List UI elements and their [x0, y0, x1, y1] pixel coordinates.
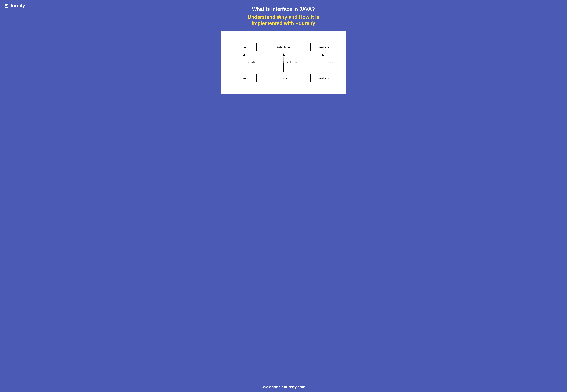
diagram-column: interface extends interface — [306, 43, 340, 82]
arrow-head-icon — [282, 54, 285, 56]
top-box: class — [232, 43, 257, 51]
arrow-zone: implements — [266, 51, 301, 74]
diagram-column: class extends class — [227, 43, 261, 82]
arrow-label: implements — [286, 61, 298, 64]
arrow-label: extends — [246, 61, 255, 64]
footer-url: www.code.edureify.com — [0, 385, 567, 389]
arrow-zone: extends — [227, 51, 261, 74]
top-box: interface — [271, 43, 296, 51]
arrow-dashed-icon — [283, 54, 284, 72]
top-box: interface — [310, 43, 335, 51]
brand-logo: dureify — [4, 3, 25, 8]
arrow-label: extends — [325, 61, 333, 64]
bottom-box: class — [271, 74, 296, 82]
arrow-solid-icon — [244, 54, 244, 72]
diagram-panel: class extends class interface implements… — [221, 31, 346, 95]
page-subtitle: Understand Why and How it is implemented… — [233, 14, 334, 27]
diagram-column: interface implements class — [266, 43, 301, 82]
logo-text: dureify — [9, 3, 25, 8]
arrow-zone: extends — [306, 51, 340, 74]
arrow-head-icon — [243, 54, 245, 56]
page-title: What is Interface In JAVA? — [252, 6, 315, 12]
bottom-box: interface — [310, 74, 335, 82]
arrow-head-icon — [322, 54, 324, 56]
bottom-box: class — [232, 74, 257, 82]
arrow-solid-icon — [323, 54, 323, 72]
logo-bars-icon — [4, 4, 8, 8]
